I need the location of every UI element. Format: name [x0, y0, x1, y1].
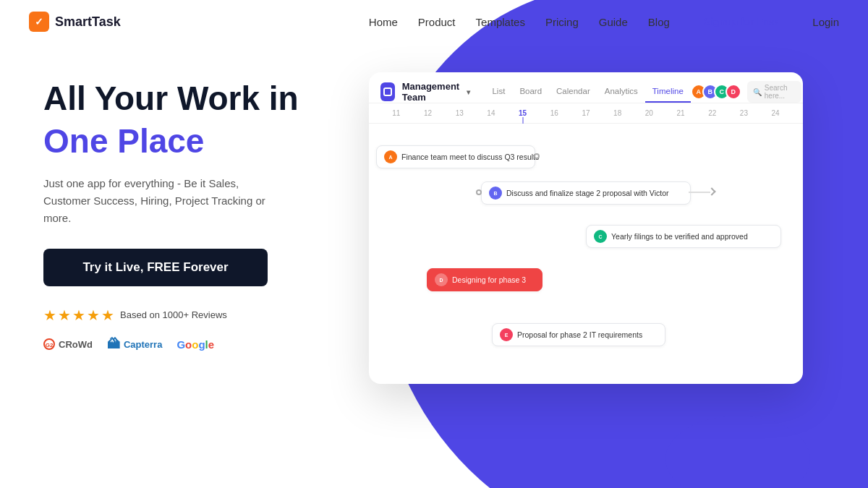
task-label-5: Proposal for phase 2 IT requirements: [517, 330, 642, 339]
date-11: 11: [380, 109, 412, 117]
connector-arrow-2: [707, 187, 715, 195]
nav-blog[interactable]: Blog: [648, 16, 670, 28]
nav-templates[interactable]: Templates: [476, 16, 525, 28]
task-rows: A Finance team meet to discuss Q3 result…: [369, 124, 803, 384]
app-logo-inner: [383, 87, 392, 96]
tab-board[interactable]: Board: [512, 81, 549, 103]
app-logo-icon: [380, 82, 395, 101]
avatar-4: D: [726, 84, 741, 100]
task-bar-4[interactable]: D Designing for phase 3: [427, 268, 542, 291]
hero-description: Just one app for everything - Be it Sale…: [43, 175, 275, 227]
nav-product[interactable]: Product: [418, 16, 456, 28]
hero-left: All Your Work in One Place Just one app …: [43, 65, 347, 352]
app-search-box[interactable]: 🔍 Search here...: [747, 81, 801, 103]
task-avatar-1: A: [384, 150, 397, 163]
reviews-text: Based on 1000+ Reviews: [120, 309, 227, 320]
star-1: ★: [43, 307, 56, 324]
connector-2: [476, 189, 482, 195]
app-search-placeholder: Search here...: [765, 84, 796, 100]
task-avatar-5: E: [500, 328, 513, 341]
hero-title-line1: All Your Work in: [43, 80, 347, 118]
task-row-gap: [369, 299, 803, 313]
task-label-1: Finance team meet to discuss Q3 results: [401, 153, 539, 161]
nav-guide[interactable]: Guide: [599, 16, 628, 28]
brands-row: G2 CRoWd 🏔 Capterra Google: [43, 337, 347, 352]
date-24: 24: [760, 109, 791, 117]
logo-text: SmartTask: [55, 14, 121, 30]
task-row-1: A Finance team meet to discuss Q3 result…: [369, 138, 803, 176]
task-row-4: D Designing for phase 3: [369, 261, 803, 299]
logo[interactable]: ✓ SmartTask: [29, 12, 121, 32]
app-card: Management Team List Board Calendar Anal…: [369, 72, 803, 384]
task-label-2: Discuss and finalize stage 2 proposal wi…: [506, 189, 669, 197]
date-14: 14: [475, 109, 507, 117]
task-label-4: Designing for phase 3: [452, 275, 526, 284]
task-avatar-2: B: [489, 187, 502, 200]
cta-button[interactable]: Try it Live, FREE Forever: [43, 249, 268, 286]
signup-button[interactable]: Signup for Free: [690, 10, 792, 33]
star-5: ★: [101, 307, 114, 324]
tab-list[interactable]: List: [485, 81, 512, 103]
date-15: 15: [507, 109, 539, 117]
brand-capterra: 🏔 Capterra: [107, 337, 162, 352]
date-12: 12: [412, 109, 444, 117]
date-17: 17: [570, 109, 602, 117]
task-avatar-3: C: [594, 230, 607, 243]
task-row-2: B Discuss and finalize stage 2 proposal …: [369, 174, 803, 212]
app-tabs: List Board Calendar Analytics Timeline: [485, 81, 690, 103]
connector-1: [534, 153, 540, 159]
timeline-dates: 11 12 13 14 15 16 17 18 20 21 22 23 24: [369, 103, 803, 124]
avatars-group: A B C D: [691, 84, 741, 100]
task-bar-5[interactable]: E Proposal for phase 2 IT requirements: [492, 323, 665, 346]
task-bar-1[interactable]: A Finance team meet to discuss Q3 result…: [376, 145, 535, 168]
date-23: 23: [728, 109, 760, 117]
brand-g2crowd: G2 CRoWd: [43, 338, 93, 350]
nav-pricing[interactable]: Pricing: [545, 16, 579, 28]
main-nav: Home Product Templates Pricing Guide Blo…: [369, 10, 839, 33]
g2crowd-icon: G2: [43, 338, 55, 350]
date-13: 13: [443, 109, 475, 117]
hero-title-line2: One Place: [43, 122, 347, 160]
date-21: 21: [665, 109, 697, 117]
tab-analytics[interactable]: Analytics: [597, 81, 645, 103]
login-button[interactable]: Login: [812, 16, 839, 28]
task-row-3: C Yearly filings to be verified and appr…: [369, 218, 803, 255]
star-2: ★: [58, 307, 71, 324]
hero-section: All Your Work in One Place Just one app …: [0, 43, 868, 488]
task-avatar-4: D: [435, 273, 448, 286]
task-label-3: Yearly filings to be verified and approv…: [611, 232, 748, 241]
date-20: 20: [634, 109, 665, 117]
task-bar-2[interactable]: B Discuss and finalize stage 2 proposal …: [481, 181, 691, 205]
date-16: 16: [538, 109, 570, 117]
capterra-label: Capterra: [124, 339, 162, 350]
star-3: ★: [72, 307, 85, 324]
g2crowd-label: CRoWd: [59, 339, 93, 350]
task-bar-3[interactable]: C Yearly filings to be verified and appr…: [586, 225, 781, 248]
google-icon: Google: [176, 338, 214, 351]
app-header: Management Team List Board Calendar Anal…: [369, 72, 803, 103]
star-4: ★: [87, 307, 100, 324]
date-22: 22: [697, 109, 728, 117]
tab-calendar[interactable]: Calendar: [549, 81, 597, 103]
app-header-left: Management Team List Board Calendar Anal…: [380, 81, 691, 103]
svg-text:G2: G2: [46, 342, 54, 348]
app-search-icon: 🔍: [753, 88, 762, 96]
hero-right: Management Team List Board Calendar Anal…: [369, 65, 825, 384]
nav-home[interactable]: Home: [369, 16, 398, 28]
app-team-name[interactable]: Management Team: [402, 81, 471, 103]
connector-line-2: [689, 192, 710, 193]
brand-google: Google: [176, 338, 214, 351]
logo-icon: ✓: [29, 12, 49, 32]
app-header-right: A B C D 🔍 Search here... + U: [691, 81, 803, 103]
header: ✓ SmartTask Home Product Templates Prici…: [0, 0, 868, 43]
capterra-icon: 🏔: [107, 337, 120, 352]
task-row-5: E Proposal for phase 2 IT requirements: [369, 316, 803, 354]
date-18: 18: [602, 109, 634, 117]
tab-timeline[interactable]: Timeline: [645, 81, 691, 103]
star-rating: ★ ★ ★ ★ ★: [43, 307, 114, 324]
reviews-row: ★ ★ ★ ★ ★ Based on 1000+ Reviews: [43, 307, 347, 324]
